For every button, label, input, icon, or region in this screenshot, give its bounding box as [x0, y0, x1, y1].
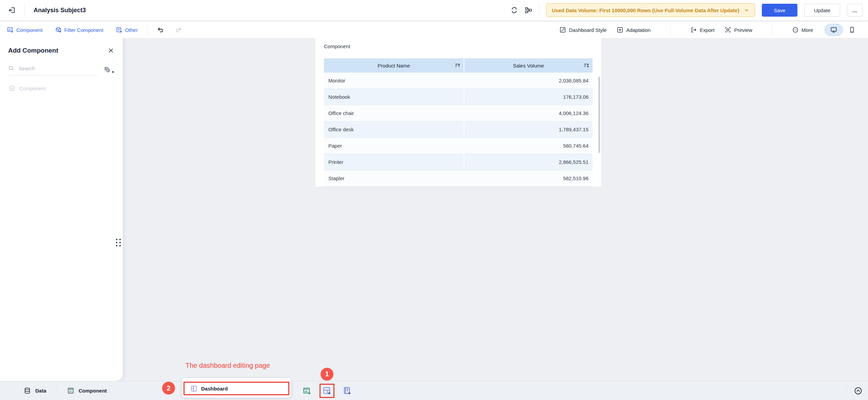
divider — [24, 3, 25, 18]
exit-button[interactable] — [8, 6, 16, 14]
chevron-down-icon — [744, 7, 749, 13]
search-box — [8, 65, 98, 76]
divider — [846, 386, 846, 395]
add-component-label: Component — [16, 27, 43, 33]
dashboard-style-button[interactable]: Dashboard Style — [559, 26, 606, 33]
table-row[interactable]: Office desk 1,789,437.15 — [324, 121, 593, 138]
page-title: Analysis Subject3 — [34, 7, 86, 14]
add-component-button[interactable]: Component — [7, 26, 43, 33]
redo-button[interactable] — [175, 26, 182, 33]
divider — [147, 25, 148, 34]
mobile-view-button[interactable] — [843, 24, 861, 36]
table-row[interactable]: Stapler 582,510.96 — [324, 170, 593, 187]
dashboard-style-label: Dashboard Style — [569, 27, 606, 33]
save-button[interactable]: Save — [762, 4, 797, 17]
desktop-view-button[interactable] — [825, 24, 843, 36]
top-bar: Analysis Subject3 Used Data Volume: Firs… — [0, 0, 868, 21]
dashboard-canvas[interactable]: Add Component ▼ — [0, 38, 868, 381]
close-panel-button[interactable] — [108, 47, 114, 54]
sort-updown-icon[interactable] — [583, 63, 589, 69]
panel-title: Add Component — [8, 47, 58, 54]
undo-icon — [157, 26, 164, 33]
edit-toolbar: Component Filter Component Other — [0, 22, 868, 38]
phone-icon — [848, 26, 856, 34]
undo-button[interactable] — [157, 26, 164, 33]
annotation-box-dashboard-tab: Dashboard — [184, 382, 289, 395]
divider — [670, 25, 671, 34]
more-menu-button[interactable]: More — [792, 26, 813, 33]
add-filter-component-button[interactable]: Filter Component — [55, 26, 103, 33]
exit-icon — [8, 6, 16, 14]
add-report-icon — [343, 386, 351, 395]
more-menu-label: More — [802, 27, 813, 33]
database-icon — [24, 387, 31, 394]
export-button[interactable]: Export — [690, 26, 714, 33]
table-header-product-name[interactable]: Product Name — [324, 58, 464, 73]
component-card-title: Component — [315, 38, 601, 49]
close-icon — [108, 47, 114, 54]
add-other-label: Other — [125, 27, 138, 33]
add-dashboard-icon — [323, 386, 331, 395]
data-volume-warning-text: Used Data Volume: First 10000,000 Rows (… — [552, 7, 739, 13]
sort-time-icon — [103, 66, 111, 73]
more-circle-icon — [792, 26, 799, 33]
bottom-bar: Data Component 1 — [0, 381, 868, 400]
branch-icon — [525, 6, 532, 14]
dashboard-grid-icon — [190, 385, 197, 392]
component-item-label: Component — [19, 85, 46, 91]
adaptation-button[interactable]: Adaptation — [617, 26, 651, 33]
doc-plus-icon — [116, 26, 122, 33]
grid-plus-icon — [617, 26, 623, 33]
export-icon — [690, 26, 697, 33]
export-label: Export — [700, 27, 714, 33]
more-options-button[interactable]: … — [847, 4, 863, 17]
preview-button[interactable]: Preview — [725, 26, 752, 33]
component-card[interactable]: Component Product Name Sales Volume — [315, 38, 601, 187]
add-chart-tab-button[interactable] — [303, 386, 311, 395]
monitor-icon — [830, 26, 837, 34]
bar-chart-icon — [67, 387, 74, 394]
add-dashboard-tab-button[interactable]: 1 — [320, 384, 334, 398]
wand-square-icon — [559, 26, 566, 33]
add-report-tab-button[interactable] — [343, 386, 351, 395]
data-volume-warning[interactable]: Used Data Volume: First 10000,000 Rows (… — [546, 3, 755, 17]
table-header-sales-volume[interactable]: Sales Volume — [464, 58, 593, 73]
refresh-button[interactable] — [510, 6, 518, 14]
tab-component-label: Component — [79, 388, 107, 394]
add-chart-icon — [303, 386, 311, 395]
branch-button[interactable] — [525, 6, 532, 14]
cube-plus-icon — [55, 26, 62, 33]
redo-icon — [175, 26, 182, 33]
table-scrollbar[interactable] — [598, 77, 600, 153]
collapse-up-icon — [854, 386, 863, 395]
panel-drag-handle[interactable] — [116, 239, 121, 246]
table-row[interactable]: Paper 560,745.64 — [324, 138, 593, 154]
search-input[interactable] — [19, 65, 98, 71]
bar-chart-icon — [9, 85, 15, 92]
caret-down-icon: ▼ — [111, 70, 115, 74]
tab-dashboard[interactable]: Dashboard — [182, 378, 291, 398]
component-list-item[interactable]: Component — [9, 85, 115, 92]
annotation-step-2: 2 — [162, 382, 175, 395]
preview-label: Preview — [734, 27, 752, 33]
collapse-bar-button[interactable] — [854, 386, 863, 395]
add-other-button[interactable]: Other — [116, 26, 138, 33]
add-chart-icon — [7, 26, 14, 33]
sort-by-time-button[interactable]: ▼ — [103, 65, 115, 73]
table-row[interactable]: Monitor 2,038,085.84 — [324, 73, 593, 89]
search-icon — [8, 65, 15, 72]
adaptation-label: Adaptation — [626, 27, 651, 33]
divider — [57, 387, 57, 395]
table-row[interactable]: Printer 2,866,525.51 — [324, 154, 593, 170]
device-toggle — [824, 23, 862, 37]
annotation-note: The dashboard editing page — [186, 362, 270, 369]
tab-component[interactable]: Component — [67, 387, 107, 394]
tab-data[interactable]: Data — [24, 387, 46, 394]
refresh-icon — [510, 6, 518, 14]
table-row[interactable]: Notebook 176,173.06 — [324, 89, 593, 105]
update-button[interactable]: Update — [804, 4, 840, 17]
divider — [772, 25, 772, 34]
tab-dashboard-label: Dashboard — [201, 386, 228, 392]
sort-asc-icon[interactable] — [455, 63, 460, 69]
table-row[interactable]: Office chair 4,006,124.36 — [324, 105, 593, 121]
